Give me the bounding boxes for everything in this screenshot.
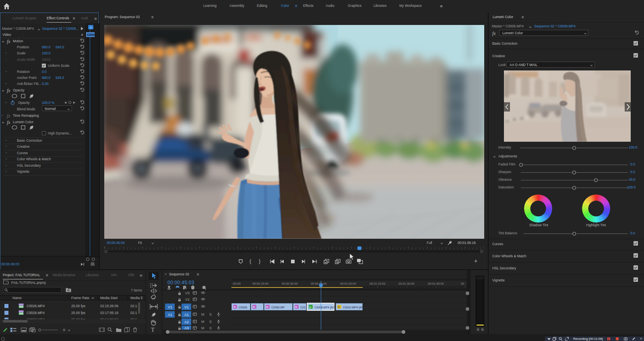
svg-text:00: 00 xyxy=(461,282,464,285)
svg-text::00:00: :00:00 xyxy=(232,282,241,285)
svg-text:00:01:45:00: 00:01:45:00 xyxy=(428,282,444,285)
svg-text:00:01:30:00: 00:01:30:00 xyxy=(398,282,415,285)
svg-text:00:01:15:00: 00:01:15:00 xyxy=(369,282,386,285)
svg-text:00:00:15:00: 00:00:15:00 xyxy=(252,282,268,285)
svg-text:00:00:30:00: 00:00:30:00 xyxy=(282,282,298,285)
svg-text:00:01:00:00: 00:01:00:00 xyxy=(340,282,356,285)
